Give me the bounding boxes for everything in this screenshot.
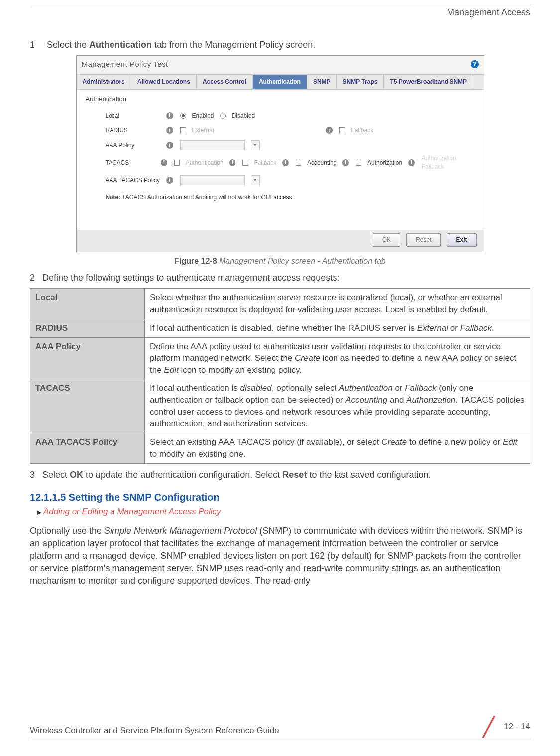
checkbox-acct[interactable] (296, 160, 301, 166)
help-icon[interactable]: ? (471, 60, 479, 68)
section-heading: 12.1.1.5 Setting the SNMP Configuration (30, 490, 530, 504)
slash-icon (482, 717, 499, 737)
settings-table: Local Select whether the authentication … (30, 288, 530, 464)
window-title: Management Policy Test (82, 59, 168, 69)
exit-button[interactable]: Exit (447, 233, 476, 247)
step-1: 1 Select the Authentication tab from the… (30, 39, 530, 51)
checkbox-auth[interactable] (174, 160, 180, 166)
tab-authentication[interactable]: Authentication (253, 75, 307, 89)
tab-administrators[interactable]: Administrators (77, 75, 131, 89)
step-num: 3 (30, 470, 35, 480)
row-label: RADIUS (106, 126, 160, 135)
row-label: AAA Policy (106, 141, 160, 150)
term-radius: RADIUS (30, 319, 145, 337)
info-icon[interactable]: i (229, 159, 236, 166)
row-label: TACACS (106, 159, 155, 167)
row-local: Local i Enabled Disabled (106, 110, 475, 122)
desc-local: Select whether the authentication server… (145, 289, 530, 319)
step-num: 2 (30, 273, 35, 283)
checkbox-external[interactable] (180, 127, 186, 133)
aaa-tacacs-input[interactable] (180, 175, 245, 185)
row-aaa-policy: AAA Policy i ▾ (106, 139, 475, 151)
checkbox-authz[interactable] (356, 160, 361, 166)
table-row: TACACS If local authentication is disabl… (30, 379, 530, 433)
info-icon[interactable]: i (166, 142, 173, 149)
tab-t5[interactable]: T5 PowerBroadband SNMP (384, 75, 473, 89)
aaa-policy-input[interactable] (180, 140, 245, 150)
dialog-footer: OK Reset Exit (77, 230, 484, 252)
info-icon[interactable]: i (161, 159, 167, 166)
checkbox-fb[interactable] (242, 160, 248, 166)
note: Note: TACACS Authorization and Auditing … (106, 193, 475, 202)
row-tacacs: TACACS i Authentication i Fallback i Acc… (106, 154, 475, 171)
term-aaatacacs: AAA TACACS Policy (30, 433, 145, 464)
radio-disabled[interactable] (220, 113, 226, 119)
checkbox-fallback[interactable] (339, 127, 345, 133)
tab-snmp-traps[interactable]: SNMP Traps (337, 75, 384, 89)
step-num: 1 (30, 40, 35, 50)
step1-bold: Authentication (89, 40, 152, 50)
info-icon[interactable]: i (342, 159, 349, 166)
term-aaa: AAA Policy (30, 337, 145, 379)
info-icon[interactable]: i (166, 112, 173, 119)
desc-tacacs: If local authentication is disabled, opt… (145, 379, 530, 433)
header-section: Management Access (447, 7, 530, 17)
breadcrumb-link[interactable]: ▶Adding or Editing a Management Access P… (37, 506, 530, 518)
tab-bar: Administrators Allowed Locations Access … (77, 74, 484, 90)
row-label: Local (106, 112, 160, 120)
table-row: Local Select whether the authentication … (30, 289, 530, 319)
desc-radius: If local authentication is disabled, def… (145, 319, 530, 337)
dropdown-icon[interactable]: ▾ (251, 140, 260, 150)
row-radius: RADIUS i External i Fallback (106, 125, 475, 136)
figure-caption: Figure 12-8 Management Policy screen - A… (30, 256, 530, 267)
info-icon[interactable]: i (326, 127, 333, 134)
tab-allowed-locations[interactable]: Allowed Locations (131, 75, 197, 89)
body-paragraph: Optionally use the Simple Network Manage… (30, 525, 530, 588)
dropdown-icon[interactable]: ▾ (251, 175, 260, 185)
table-row: AAA TACACS Policy Select an existing AAA… (30, 433, 530, 464)
page-footer: Wireless Controller and Service Platform… (30, 717, 530, 739)
info-icon[interactable]: i (166, 127, 173, 134)
term-tacacs: TACACS (30, 379, 145, 433)
ok-button[interactable]: OK (373, 233, 400, 247)
table-row: AAA Policy Define the AAA policy used to… (30, 337, 530, 379)
step-2: 2 Define the following settings to authe… (30, 272, 530, 284)
row-aaa-tacacs: AAA TACACS Policy i ▾ (106, 174, 475, 186)
embedded-screenshot: Management Policy Test ? Administrators … (76, 55, 484, 252)
triangle-icon: ▶ (37, 509, 41, 516)
info-icon[interactable]: i (282, 159, 289, 166)
desc-aaa: Define the AAA policy used to authentica… (145, 337, 530, 379)
step-3: 3 Select OK to update the authentication… (30, 469, 530, 481)
info-icon[interactable]: i (166, 177, 173, 184)
term-local: Local (30, 289, 145, 319)
radio-enabled[interactable] (180, 113, 186, 119)
table-row: RADIUS If local authentication is disabl… (30, 319, 530, 337)
page-number: 12 - 14 (504, 721, 530, 733)
tab-access-control[interactable]: Access Control (197, 75, 253, 89)
info-icon[interactable]: i (408, 159, 415, 166)
reset-button[interactable]: Reset (406, 233, 441, 247)
page-header: Management Access (30, 5, 530, 19)
footer-guide: Wireless Controller and Service Platform… (30, 725, 279, 737)
desc-aaatacacs: Select an existing AAA TACACS policy (if… (145, 433, 530, 464)
row-label: AAA TACACS Policy (106, 176, 160, 185)
tab-snmp[interactable]: SNMP (307, 75, 337, 89)
section-label: Authentication (86, 95, 475, 104)
